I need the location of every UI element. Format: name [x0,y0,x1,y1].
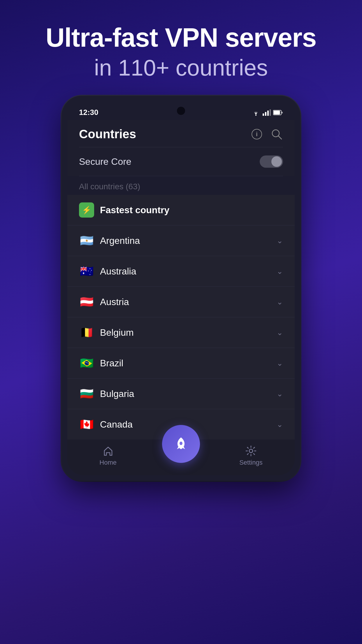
svg-rect-3 [267,111,269,116]
phone-mockup: 12:30 [61,96,301,481]
flag-canada: 🇨🇦 [79,417,94,432]
country-name-austria: Austria [100,297,271,307]
home-icon [103,445,114,456]
camera-notch [177,107,185,115]
country-row-belgium[interactable]: 🇧🇪 Belgium ⌄ [67,317,295,348]
country-name-argentina: Argentina [100,235,271,246]
country-list: ⚡ Fastest country 🇦🇷 Argentina ⌄ 🇦🇺 Aust… [67,195,295,440]
country-row-australia[interactable]: 🇦🇺 Australia ⌄ [67,256,295,286]
settings-icon [245,445,256,456]
chevron-down-icon: ⌄ [277,236,283,245]
bottom-nav: Home Settings [67,440,295,475]
fastest-country-label: Fastest country [100,205,169,216]
country-row-bulgaria[interactable]: 🇧🇬 Bulgaria ⌄ [67,378,295,409]
chevron-down-icon-5: ⌄ [277,359,283,368]
header-icons: i [250,128,283,141]
connect-button[interactable] [162,425,200,463]
chevron-down-icon-3: ⌄ [277,298,283,307]
svg-rect-6 [274,111,280,114]
chevron-down-icon-6: ⌄ [277,389,283,398]
svg-rect-7 [282,112,283,113]
hero-title: Ultra-fast VPN servers [46,23,316,52]
nav-settings[interactable]: Settings [239,445,263,466]
search-icon [271,129,282,140]
nav-home[interactable]: Home [99,445,117,466]
wifi-icon [252,109,260,116]
svg-point-13 [180,442,182,445]
search-icon-button[interactable] [270,128,283,141]
hero-section: Ultra-fast VPN servers in 110+ countries [28,23,334,81]
chevron-down-icon-4: ⌄ [277,328,283,337]
svg-line-11 [278,136,282,139]
country-name-australia: Australia [100,266,271,277]
chevron-down-icon-2: ⌄ [277,267,283,276]
country-row-brazil[interactable]: 🇧🇷 Brazil ⌄ [67,348,295,378]
info-icon-button[interactable]: i [250,128,263,141]
svg-point-0 [255,115,256,116]
secure-core-toggle[interactable] [260,155,283,168]
flag-belgium: 🇧🇪 [79,325,94,340]
secure-core-row: Secure Core [67,147,295,176]
app-header: Countries i [67,120,295,147]
country-name-bulgaria: Bulgaria [100,388,271,399]
hero-subtitle: in 110+ countries [46,55,316,81]
status-bar: 12:30 [67,102,295,120]
status-icons [252,109,283,116]
svg-rect-1 [263,113,264,116]
battery-icon [273,110,283,116]
status-time: 12:30 [79,108,99,117]
rocket-icon [172,435,190,453]
signal-icon [263,109,271,116]
flag-bulgaria: 🇧🇬 [79,386,94,401]
fastest-country-row[interactable]: ⚡ Fastest country [67,195,295,225]
country-name-belgium: Belgium [100,327,271,338]
info-icon: i [251,129,262,140]
fastest-icon: ⚡ [79,202,94,218]
country-row-austria[interactable]: 🇦🇹 Austria ⌄ [67,286,295,317]
nav-settings-label: Settings [239,459,263,466]
page-title: Countries [79,127,136,141]
country-name-brazil: Brazil [100,358,271,369]
svg-rect-4 [270,109,271,116]
flag-brazil: 🇧🇷 [79,356,94,371]
toggle-thumb [271,156,282,167]
flag-australia: 🇦🇺 [79,264,94,279]
svg-text:i: i [256,131,258,137]
svg-rect-2 [265,112,266,116]
flag-argentina: 🇦🇷 [79,233,94,248]
svg-point-12 [249,449,253,453]
country-row-argentina[interactable]: 🇦🇷 Argentina ⌄ [67,225,295,256]
section-label: All countries (63) [67,176,295,195]
nav-home-label: Home [99,459,117,466]
secure-core-label: Secure Core [79,156,131,167]
chevron-down-icon-7: ⌄ [277,420,283,429]
flag-austria: 🇦🇹 [79,294,94,309]
